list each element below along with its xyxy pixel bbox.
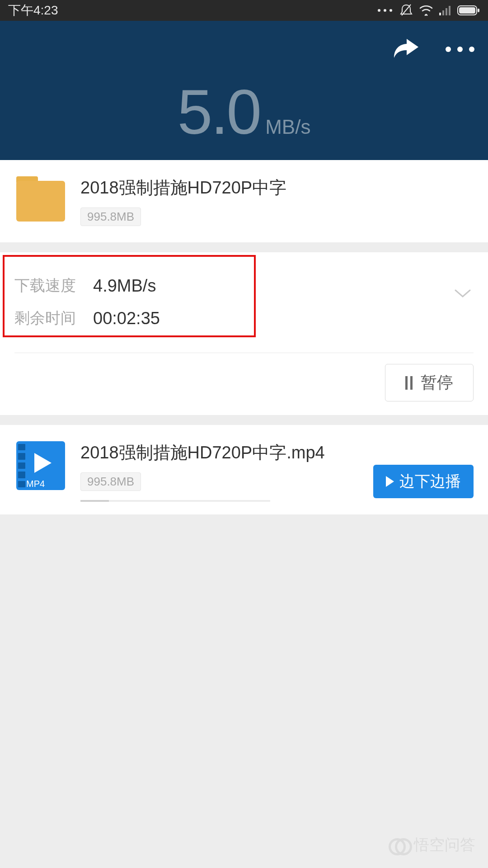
signal-icon: [439, 5, 451, 15]
highlight-annotation: [3, 255, 256, 337]
file-format-label: MP4: [26, 479, 45, 489]
mute-icon: [399, 4, 413, 17]
download-progress: [80, 500, 270, 502]
watermark-text: 悟空问答: [414, 835, 475, 855]
status-time: 下午4:23: [8, 2, 58, 19]
header-speed-unit: MB/s: [265, 116, 310, 138]
header-speed-value: 5.0: [178, 80, 260, 144]
svg-rect-6: [446, 8, 447, 15]
header-speed: 5.0 MB/s: [0, 80, 488, 144]
play-while-download-button[interactable]: 边下边播: [373, 465, 474, 498]
pause-label: 暂停: [421, 372, 453, 394]
svg-point-0: [378, 9, 380, 12]
svg-rect-4: [439, 13, 441, 15]
svg-rect-9: [459, 7, 475, 14]
status-bar: 下午4:23: [0, 0, 488, 21]
download-header: 5.0 MB/s: [0, 21, 488, 160]
play-icon: [386, 476, 394, 487]
watermark: 悟空问答: [389, 835, 475, 855]
file-item[interactable]: MP4 2018强制措施HD720P中字.mp4 995.8MB 边下边播: [0, 425, 488, 514]
svg-rect-10: [478, 9, 479, 12]
play-label: 边下边播: [399, 471, 461, 492]
share-icon[interactable]: [393, 38, 419, 61]
download-details: 下载速度 4.9MB/s 剩余时间 00:02:35 暂停: [0, 252, 488, 415]
status-icons: [377, 4, 480, 17]
file-size-badge: 995.8MB: [80, 472, 141, 491]
folder-item[interactable]: 2018强制措施HD720P中字 995.8MB: [0, 160, 488, 242]
video-file-icon: MP4: [16, 441, 65, 490]
pause-button[interactable]: 暂停: [385, 364, 474, 401]
chevron-down-icon[interactable]: [454, 288, 472, 301]
svg-rect-5: [442, 10, 444, 15]
svg-point-1: [384, 9, 386, 12]
folder-size-badge: 995.8MB: [80, 208, 141, 226]
divider: [14, 353, 474, 353]
file-title: 2018强制措施HD720P中字.mp4: [80, 441, 474, 464]
watermark-icon: [389, 838, 409, 852]
battery-icon: [457, 5, 480, 15]
svg-point-2: [389, 9, 392, 12]
svg-rect-7: [449, 6, 450, 15]
more-dots-icon: [377, 8, 393, 13]
folder-icon: [16, 176, 65, 222]
wifi-icon: [419, 5, 433, 16]
folder-title: 2018强制措施HD720P中字: [80, 176, 474, 199]
pause-icon: [405, 376, 413, 390]
overflow-menu-icon[interactable]: [446, 47, 474, 52]
